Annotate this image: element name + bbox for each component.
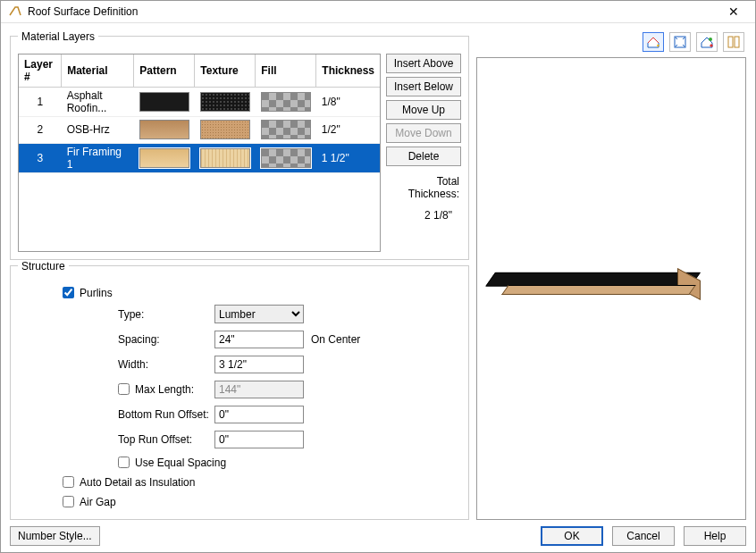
cell-layer-num: 2 bbox=[19, 116, 62, 143]
purlins-checkbox[interactable] bbox=[63, 287, 74, 298]
dialog-title: Roof Surface Definition bbox=[28, 5, 719, 18]
titlebar: Roof Surface Definition ✕ bbox=[1, 1, 755, 23]
cell-layer-num: 1 bbox=[19, 87, 62, 116]
bottom-run-input[interactable] bbox=[214, 406, 304, 423]
move-down-button[interactable]: Move Down bbox=[386, 123, 461, 143]
cell-fill[interactable] bbox=[256, 143, 316, 172]
cell-thickness: 1/8" bbox=[316, 87, 380, 116]
layers-table[interactable]: Layer # Material Pattern Texture Fill Th… bbox=[18, 54, 381, 252]
spacing-suffix: On Center bbox=[311, 333, 360, 346]
help-button[interactable]: Help bbox=[684, 526, 746, 546]
close-button[interactable]: ✕ bbox=[719, 4, 748, 19]
material-layers-group: Material Layers Layer # Material Pattern… bbox=[10, 30, 469, 260]
view-color-button[interactable] bbox=[696, 32, 718, 52]
cell-fill[interactable] bbox=[256, 87, 316, 116]
dialog-window: Roof Surface Definition ✕ Material Layer… bbox=[0, 0, 756, 553]
cell-pattern[interactable] bbox=[134, 116, 195, 143]
cell-pattern[interactable] bbox=[134, 87, 195, 116]
purlins-label: Purlins bbox=[80, 287, 113, 299]
total-thickness-label: Total Thickness: bbox=[386, 175, 461, 200]
preview-toolbar bbox=[476, 30, 746, 54]
cell-fill[interactable] bbox=[256, 116, 316, 143]
top-run-label: Top Run Offset: bbox=[118, 433, 214, 446]
table-row[interactable]: 3Fir Framing 11 1/2" bbox=[19, 143, 380, 172]
cell-thickness: 1/2" bbox=[316, 116, 380, 143]
type-select[interactable]: Lumber bbox=[214, 305, 304, 323]
type-label: Type: bbox=[118, 308, 214, 321]
cell-material: Fir Framing 1 bbox=[62, 143, 134, 172]
cell-material: Asphalt Roofin... bbox=[62, 87, 134, 116]
cell-texture[interactable] bbox=[195, 87, 256, 116]
spacing-input[interactable] bbox=[214, 331, 304, 348]
air-gap-label: Air Gap bbox=[80, 496, 116, 508]
max-length-input[interactable] bbox=[214, 381, 304, 398]
material-layers-legend: Material Layers bbox=[18, 30, 98, 43]
structure-legend: Structure bbox=[18, 260, 69, 272]
table-row[interactable]: 2OSB-Hrz1/2" bbox=[19, 116, 380, 143]
cell-texture[interactable] bbox=[195, 143, 256, 172]
cancel-button[interactable]: Cancel bbox=[612, 526, 675, 546]
max-length-checkbox[interactable] bbox=[118, 383, 130, 395]
auto-detail-checkbox[interactable] bbox=[63, 476, 74, 488]
structure-group: Structure Purlins Type: Lumber Spacing: … bbox=[10, 260, 469, 520]
equal-spacing-label: Use Equal Spacing bbox=[135, 457, 226, 469]
cell-thickness: 1 1/2" bbox=[316, 143, 380, 172]
bottom-run-label: Bottom Run Offset: bbox=[118, 408, 214, 421]
cell-pattern[interactable] bbox=[134, 143, 195, 172]
view-extents-button[interactable] bbox=[669, 32, 691, 52]
delete-button[interactable]: Delete bbox=[386, 147, 461, 166]
top-run-input[interactable] bbox=[214, 431, 304, 448]
roof-preview-graphic bbox=[495, 272, 710, 326]
preview-pane[interactable] bbox=[476, 57, 746, 520]
auto-detail-label: Auto Detail as Insulation bbox=[80, 476, 195, 489]
col-layer[interactable]: Layer # bbox=[19, 54, 62, 88]
svg-point-1 bbox=[709, 38, 712, 41]
view-glass-button[interactable] bbox=[723, 32, 744, 52]
svg-rect-2 bbox=[728, 37, 733, 47]
dialog-footer: Number Style... OK Cancel Help bbox=[1, 525, 755, 552]
width-input[interactable] bbox=[214, 356, 304, 373]
spacing-label: Spacing: bbox=[118, 333, 214, 346]
cell-material: OSB-Hrz bbox=[62, 116, 134, 143]
move-up-button[interactable]: Move Up bbox=[386, 100, 461, 120]
equal-spacing-checkbox[interactable] bbox=[118, 457, 130, 468]
col-pattern[interactable]: Pattern bbox=[134, 54, 195, 88]
insert-above-button[interactable]: Insert Above bbox=[386, 54, 461, 73]
cell-texture[interactable] bbox=[195, 116, 256, 143]
col-thickness[interactable]: Thickness bbox=[316, 54, 380, 88]
col-material[interactable]: Material bbox=[62, 54, 134, 88]
total-thickness-value: 2 1/8" bbox=[386, 209, 461, 222]
width-label: Width: bbox=[118, 358, 214, 371]
max-length-label: Max Length: bbox=[135, 383, 194, 396]
ok-button[interactable]: OK bbox=[541, 526, 603, 546]
table-row[interactable]: 1Asphalt Roofin...1/8" bbox=[19, 87, 380, 116]
insert-below-button[interactable]: Insert Below bbox=[386, 77, 461, 96]
dialog-icon bbox=[8, 4, 22, 19]
col-fill[interactable]: Fill bbox=[256, 54, 316, 88]
svg-rect-3 bbox=[735, 37, 739, 47]
number-style-button[interactable]: Number Style... bbox=[10, 526, 100, 546]
cell-layer-num: 3 bbox=[19, 143, 62, 172]
col-texture[interactable]: Texture bbox=[195, 54, 256, 88]
air-gap-checkbox[interactable] bbox=[63, 496, 74, 507]
view-plan-button[interactable] bbox=[643, 32, 664, 52]
